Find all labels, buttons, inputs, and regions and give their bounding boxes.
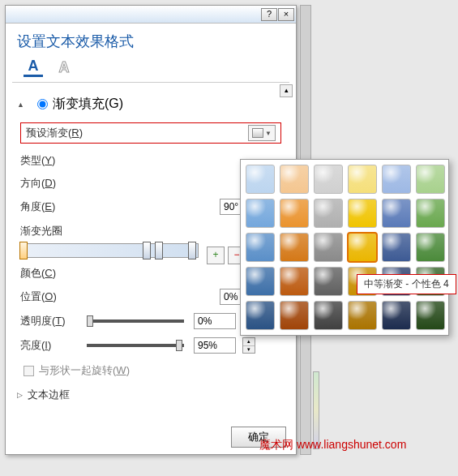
gradient-fill-label: 渐变填充(G) [53, 96, 123, 113]
palette-swatch[interactable] [246, 165, 275, 194]
palette-swatch[interactable] [348, 301, 377, 330]
brightness-spinner[interactable]: ▴▾ [242, 337, 255, 354]
transparency-input[interactable] [194, 313, 236, 329]
palette-swatch[interactable] [348, 165, 377, 194]
chevron-down-icon: ▼ [265, 130, 272, 137]
palette-swatch[interactable] [382, 233, 411, 262]
expand-icon: ▲ [17, 101, 24, 109]
close-button[interactable]: × [278, 8, 294, 21]
palette-swatch[interactable] [382, 301, 411, 330]
color-label: 颜色(C) [20, 266, 77, 281]
section-text-border[interactable]: ▷ 文本边框 [17, 388, 285, 402]
type-label: 类型(Y) [20, 153, 77, 168]
palette-swatch[interactable] [348, 233, 377, 262]
gradient-stops-track[interactable] [20, 243, 199, 258]
gradient-fill-radio[interactable] [37, 99, 48, 109]
palette-swatch[interactable] [280, 165, 309, 194]
palette-grid [245, 164, 444, 331]
scroll-up-button[interactable]: ▴ [280, 84, 293, 97]
palette-swatch[interactable] [416, 233, 445, 262]
rotate-label: 与形状一起旋转(W) [39, 363, 130, 378]
dialog-title: 设置文本效果格式 [6, 24, 296, 58]
tab-text-fill[interactable]: A [24, 58, 43, 77]
add-stop-button[interactable]: + [207, 247, 225, 264]
rotate-with-shape-row: 与形状一起旋转(W) [24, 363, 278, 378]
palette-swatch[interactable] [280, 301, 309, 330]
palette-swatch[interactable] [314, 165, 343, 194]
text-border-label: 文本边框 [28, 388, 70, 402]
palette-swatch[interactable] [246, 233, 275, 262]
palette-swatch[interactable] [246, 267, 275, 296]
help-button[interactable]: ? [261, 8, 277, 21]
palette-swatch[interactable] [416, 165, 445, 194]
position-label: 位置(O) [20, 289, 77, 304]
palette-swatch[interactable] [314, 233, 343, 262]
palette-swatch[interactable] [246, 199, 275, 228]
stops-label: 渐变光圈 [20, 225, 62, 237]
palette-swatch[interactable] [280, 199, 309, 228]
palette-swatch[interactable] [416, 301, 445, 330]
titlebar: ? × [6, 6, 296, 24]
palette-swatch[interactable] [382, 199, 411, 228]
brightness-input[interactable] [194, 337, 236, 354]
transparency-slider[interactable] [87, 319, 184, 323]
preset-gradient-palette [240, 159, 449, 336]
preset-label: 预设渐变(R) [26, 126, 83, 140]
palette-swatch[interactable] [280, 267, 309, 296]
gradient-stop-1[interactable] [19, 242, 28, 259]
brightness-label: 亮度(I) [20, 338, 77, 353]
palette-swatch[interactable] [314, 199, 343, 228]
gradient-stop-2[interactable] [143, 242, 151, 259]
palette-swatch[interactable] [280, 233, 309, 262]
palette-swatch[interactable] [348, 199, 377, 228]
palette-swatch[interactable] [314, 301, 343, 330]
section-gradient-fill[interactable]: ▲ 渐变填充(G) [17, 96, 285, 113]
palette-swatch[interactable] [314, 267, 343, 296]
preset-gradient-row: 预设渐变(R) ▼ [20, 122, 281, 144]
preset-swatch-icon [252, 128, 263, 138]
palette-swatch[interactable] [416, 199, 445, 228]
direction-label: 方向(D) [20, 176, 77, 191]
collapse-icon: ▷ [17, 391, 23, 399]
tab-text-outline[interactable]: A [54, 58, 74, 77]
watermark: 魔术网 www.liangshunet.com [259, 438, 406, 452]
transparency-label: 透明度(T) [20, 314, 77, 328]
gradient-stop-4[interactable] [188, 242, 196, 259]
palette-swatch[interactable] [382, 165, 411, 194]
brightness-slider[interactable] [87, 344, 184, 347]
preset-gradient-dropdown[interactable]: ▼ [248, 125, 276, 141]
mode-tabs: A A [12, 58, 289, 83]
angle-label: 角度(E) [20, 199, 77, 214]
rotate-checkbox[interactable] [24, 366, 34, 376]
palette-swatch[interactable] [246, 301, 275, 330]
swatch-tooltip: 中等渐变 - 个性色 4 [357, 274, 456, 294]
gradient-stop-3[interactable] [155, 242, 163, 259]
